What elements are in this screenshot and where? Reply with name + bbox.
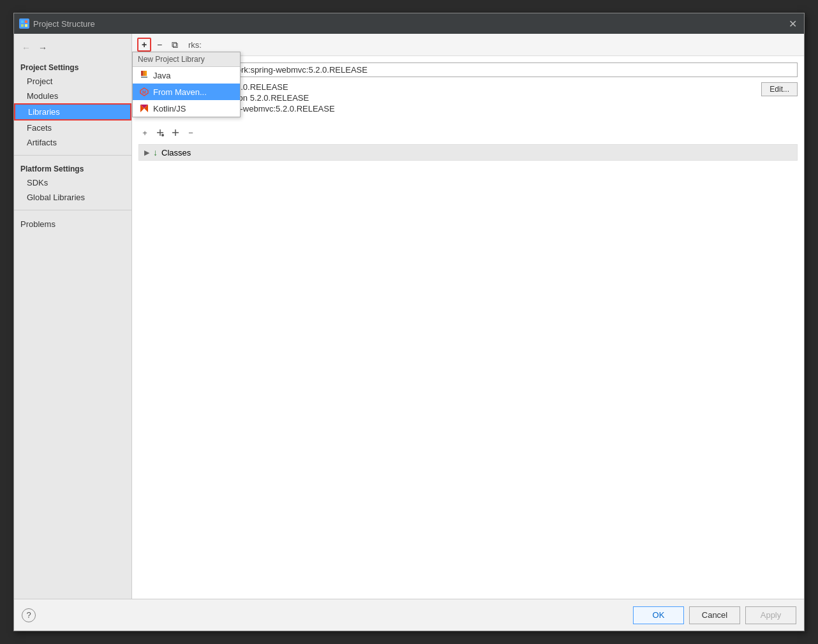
bottom-left: ? (22, 608, 36, 622)
add-class-alt-button[interactable] (154, 126, 167, 139)
add-class-button[interactable]: + (138, 126, 151, 139)
frameworks-partial-text: rks: (188, 40, 202, 50)
help-button[interactable]: ? (22, 608, 36, 622)
dropdown-header: New Project Library (133, 52, 240, 67)
sidebar-item-facets[interactable]: Facets (14, 121, 131, 135)
classes-label: Classes (161, 148, 191, 157)
apply-button[interactable]: Apply (745, 606, 796, 624)
dropdown-item-kotlin[interactable]: Kotlin/JS (133, 100, 240, 117)
sidebar-item-global-libraries[interactable]: Global Libraries (14, 190, 131, 205)
library-toolbar: ▼ + − ⧉ New Project Library (132, 34, 804, 56)
svg-rect-4 (141, 71, 143, 76)
sidebar-item-artifacts[interactable]: Artifacts (14, 135, 131, 150)
svg-point-15 (161, 134, 164, 136)
kotlin-icon (139, 103, 149, 113)
svg-rect-3 (25, 24, 27, 27)
dropdown-item-java[interactable]: Java (133, 67, 240, 84)
svg-rect-5 (143, 71, 145, 76)
ok-button[interactable]: OK (633, 606, 684, 624)
forward-arrow[interactable]: → (36, 41, 50, 54)
project-settings-header: Project Settings (14, 59, 131, 74)
maven-icon: M (139, 87, 149, 97)
arrow-indicator-top: ▼ (133, 34, 146, 34)
name-input[interactable] (168, 62, 798, 77)
svg-rect-2 (21, 24, 24, 27)
svg-text:M: M (142, 90, 146, 94)
cancel-button[interactable]: Cancel (689, 606, 740, 624)
app-icon (19, 18, 29, 29)
svg-rect-1 (25, 20, 27, 23)
java-icon (139, 70, 149, 80)
maven-label: From Maven... (153, 87, 207, 97)
sidebar-divider (14, 155, 131, 156)
svg-rect-7 (141, 77, 147, 78)
close-button[interactable]: ✕ (786, 17, 799, 30)
svg-rect-0 (21, 20, 24, 23)
dropdown-item-maven[interactable]: M From Maven... (133, 84, 240, 100)
edit-button[interactable]: Edit... (761, 82, 798, 96)
remove-class-button[interactable]: − (184, 126, 197, 139)
remove-library-button[interactable]: − (152, 38, 167, 52)
nav-row: ← → (14, 39, 131, 59)
titlebar-left: Project Structure (19, 18, 95, 29)
download-icon: ↓ (153, 147, 158, 157)
dialog-title: Project Structure (33, 19, 95, 29)
kotlin-label: Kotlin/JS (153, 104, 186, 113)
java-label: Java (153, 71, 170, 80)
new-project-library-menu: New Project Library Java (132, 52, 241, 117)
sidebar-item-project[interactable]: Project (14, 74, 131, 89)
sidebar-item-problems[interactable]: Problems (14, 216, 131, 231)
sidebar-item-libraries[interactable]: Libraries (14, 103, 131, 121)
sidebar-item-modules[interactable]: Modules (14, 89, 131, 103)
add-specific-button[interactable] (169, 126, 182, 139)
platform-settings-header: Platform Settings (14, 161, 131, 175)
classes-tree: ▶ ↓ Classes (138, 144, 798, 161)
sidebar-divider-2 (14, 210, 131, 210)
sidebar-item-sdks[interactable]: SDKs (14, 175, 131, 190)
project-structure-dialog: Project Structure ✕ ← → Project Settings… (13, 13, 805, 631)
sidebar: ← → Project Settings Project Modules Lib… (14, 34, 132, 599)
dialog-content: ← → Project Settings Project Modules Lib… (14, 34, 804, 599)
add-library-button[interactable]: + (137, 38, 151, 52)
back-arrow[interactable]: ← (19, 41, 33, 54)
titlebar: Project Structure ✕ (14, 13, 804, 34)
sub-toolbar: + − (138, 124, 798, 142)
bottom-right: OK Cancel Apply (633, 606, 796, 624)
classes-row[interactable]: ▶ ↓ Classes (139, 145, 797, 160)
copy-library-button[interactable]: ⧉ (168, 38, 182, 52)
main-panel: ▼ + − ⧉ New Project Library (132, 34, 804, 599)
bottom-bar: ? OK Cancel Apply (14, 599, 804, 631)
expand-icon[interactable]: ▶ (144, 149, 149, 157)
svg-rect-6 (145, 71, 147, 76)
right-panel: Name: Spring library of version 5.2.0.RE… (132, 56, 804, 599)
